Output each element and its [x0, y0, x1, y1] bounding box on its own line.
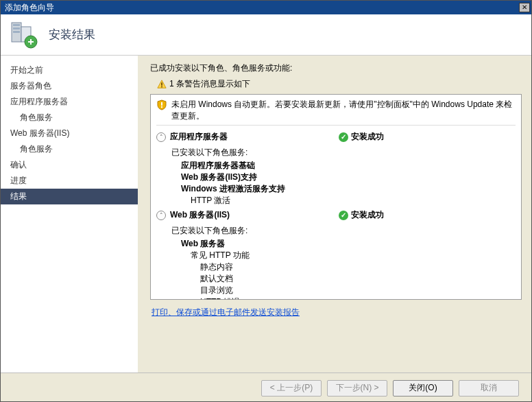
cancel-button: 取消 [459, 380, 519, 397]
sidebar-item-1[interactable]: 服务器角色 [1, 78, 138, 94]
svg-rect-3 [13, 31, 20, 33]
section-status-text: 安装成功 [351, 131, 384, 143]
svg-rect-2 [13, 27, 20, 29]
list-item: Web 服务器 [156, 238, 516, 250]
success-icon: ✓ [339, 211, 348, 220]
update-banner-text: 未启用 Windows 自动更新。若要安装最新更新，请使用"控制面板"中的 Wi… [171, 99, 516, 122]
section-title: 应用程序服务器 [170, 131, 335, 143]
chevron-up-icon[interactable]: ˄ [156, 132, 166, 142]
sidebar-item-2[interactable]: 应用程序服务器 [1, 94, 138, 110]
svg-rect-1 [13, 24, 20, 26]
section-status: ✓安装成功 [339, 209, 384, 221]
svg-rect-10 [161, 86, 162, 87]
list-item: HTTP 错误 [156, 296, 516, 300]
sidebar-item-7[interactable]: 进度 [1, 173, 138, 189]
list-item: Web 服务器(IIS)支持 [156, 172, 516, 183]
update-banner: 未启用 Windows 自动更新。若要安装最新更新，请使用"控制面板"中的 Wi… [156, 99, 516, 126]
intro-text: 已成功安装以下角色、角色服务或功能: [150, 62, 522, 74]
sidebar-item-0[interactable]: 开始之前 [1, 62, 138, 78]
section-status-text: 安装成功 [351, 209, 384, 221]
wizard-sidebar: 开始之前服务器角色应用程序服务器角色服务Web 服务器(IIS)角色服务确认进度… [1, 56, 138, 373]
svg-rect-7 [30, 39, 32, 45]
report-link[interactable]: 打印、保存或通过电子邮件发送安装报告 [150, 300, 300, 318]
list-item: 目录浏览 [156, 285, 516, 296]
list-item: 常见 HTTP 功能 [156, 250, 516, 261]
sidebar-item-5[interactable]: 角色服务 [1, 141, 138, 157]
list-item: 应用程序服务器基础 [156, 160, 516, 172]
warning-summary: 1 条警告消息显示如下 [150, 78, 522, 90]
list-item: 默认文档 [156, 273, 516, 285]
list-item: Windows 进程激活服务支持 [156, 183, 516, 195]
warning-summary-text: 1 条警告消息显示如下 [169, 78, 250, 90]
main-content: 已成功安装以下角色、角色服务或功能: 1 条警告消息显示如下 未启用 Windo… [138, 56, 531, 373]
wizard-header: 安装结果 [1, 14, 531, 56]
success-icon: ✓ [339, 132, 348, 142]
title-bar: 添加角色向导 ✕ [1, 1, 531, 14]
sidebar-item-3[interactable]: 角色服务 [1, 110, 138, 126]
svg-rect-9 [161, 82, 162, 85]
section-sub-intro: 已安装以下角色服务: [156, 224, 516, 238]
sidebar-item-4[interactable]: Web 服务器(IIS) [1, 126, 138, 141]
wizard-footer: < 上一步(P) 下一步(N) > 关闭(O) 取消 [1, 373, 531, 402]
section-status: ✓安装成功 [339, 131, 384, 143]
svg-rect-11 [161, 102, 162, 106]
close-button[interactable]: 关闭(O) [393, 380, 453, 397]
next-button: 下一步(N) > [327, 380, 387, 397]
shield-icon [156, 99, 167, 110]
warning-icon [157, 80, 167, 89]
section-head-0: ˄应用程序服务器✓安装成功 [156, 128, 516, 145]
sidebar-item-8[interactable]: 结果 [1, 189, 138, 204]
section-head-1: ˄Web 服务器(IIS)✓安装成功 [156, 206, 516, 224]
results-panel[interactable]: 未启用 Windows 自动更新。若要安装最新更新，请使用"控制面板"中的 Wi… [150, 94, 522, 300]
section-sub-intro: 已安装以下角色服务: [156, 145, 516, 160]
svg-rect-12 [161, 106, 162, 108]
list-item: HTTP 激活 [156, 195, 516, 206]
prev-button: < 上一步(P) [261, 380, 322, 397]
sidebar-item-6[interactable]: 确认 [1, 157, 138, 173]
server-role-icon [9, 20, 39, 50]
close-icon[interactable]: ✕ [519, 3, 530, 12]
window-title: 添加角色向导 [5, 1, 54, 14]
section-title: Web 服务器(IIS) [170, 209, 335, 221]
page-title: 安装结果 [49, 27, 95, 43]
list-item: 静态内容 [156, 261, 516, 273]
chevron-up-icon[interactable]: ˄ [156, 211, 166, 220]
